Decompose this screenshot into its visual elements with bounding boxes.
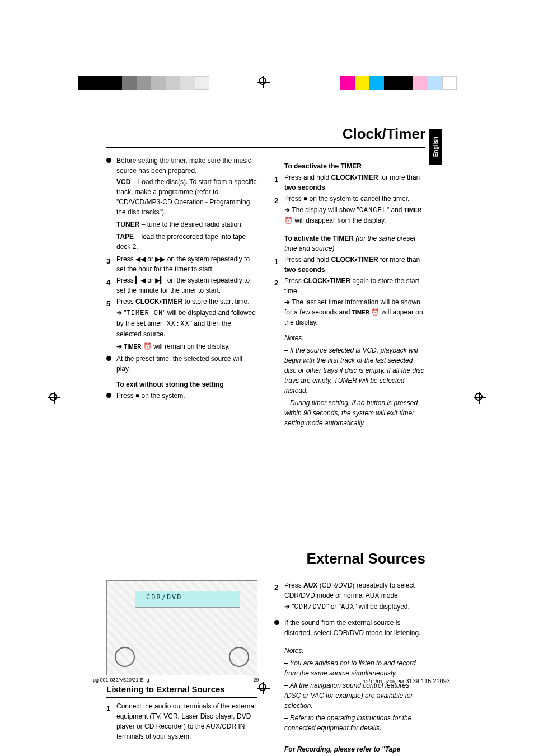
bullet-icon [106,158,111,163]
distortion-note: If the sound from the external source is… [284,619,420,637]
deact2-arrow-d: ⏰ will disappear from the display. [284,217,386,224]
display-timer-on: TIMER ON [127,309,163,317]
step-number-2: 2 [274,195,278,206]
step4-a: Press [116,276,135,284]
deact1-d: . [325,184,327,191]
ext-note-3: – Refer to the operating instructions fo… [274,713,425,733]
timer-label: TIMER [352,309,369,316]
vcd-label: VCD [116,178,130,186]
step-number-1: 1 [274,256,278,267]
display-time-value: XX:XX [167,320,190,328]
clock-timer-button-label: CLOCK•TIMER [135,298,182,306]
step-number-4: 4 [106,277,110,288]
step-number-1: 1 [106,703,110,714]
note-1: – If the source selected is VCD, playbac… [274,345,425,396]
tuner-text: – tune to the desired radio station. [139,220,243,228]
step4-b: or [146,276,155,284]
footer-filename: pg 001-032/V520/21-Eng [93,677,149,686]
registration-mark-left [48,392,60,404]
two-seconds-label: two seconds [284,184,325,191]
tape-text: – load the prerecorded tape into tape de… [116,233,246,251]
timer-remain-text: ⏰ will remain on the display. [141,342,229,350]
exit-text: Press ■ on the system. [116,392,185,400]
clock-timer-left-column: Before setting the timer, make sure the … [106,156,257,430]
notes-heading: Notes: [274,333,425,343]
step-number-2: 2 [274,582,278,593]
color-registration-bar-left [78,76,209,90]
footer-page: 29 [253,677,259,686]
page-footer: pg 001-032/V520/21-Eng 29 12/11/01, 5:06… [93,673,450,686]
act1-d: . [325,266,327,274]
exit-heading: To exit without storing the setting [106,379,257,389]
clock-timer-button-label: CLOCK•TIMER [331,173,378,181]
color-registration-bar-right [340,76,457,90]
bullet-icon [106,356,111,361]
step5-b: to store the start time. [182,298,249,306]
act1-a: Press and hold [284,256,331,264]
illustration-display-text: CDR/DVD [146,592,182,602]
deact2-arrow-a: The display will show " [292,206,359,214]
display-cancel: CANCEL [359,206,387,214]
two-seconds-label: two seconds [284,266,325,274]
timer-label: TIMER [124,344,141,350]
next-track-icon: ▶▎ [155,276,165,284]
deact2-arrow-b: " and [387,206,404,214]
rewind-icon: ◀◀ [135,255,146,263]
registration-mark-right [474,392,486,404]
registration-mark-top [257,76,270,88]
step-number-2: 2 [274,278,278,289]
tuner-label: TUNER [116,220,139,228]
step-number-3: 3 [106,256,110,267]
section-title-external-sources: External Sources [106,548,425,572]
prev-track-icon: ▎◀ [135,276,146,284]
external-left-column: CDR/DVD Listening to External Sources 1 … [106,580,257,756]
act2-a: Press [284,277,303,285]
recording-reference: For Recording, please refer to "Tape Ope… [274,744,425,756]
external-right-column: 2 Press AUX (CDR/DVD) repeatedly to sele… [274,580,425,756]
timer-label: TIMER [404,207,421,213]
left-step1-text: Connect the audio out terminals of the e… [116,702,256,740]
activate-heading: To activate the TIMER [284,234,355,242]
tape-label: TAPE [116,233,134,241]
preset-text: At the preset time, the selected source … [116,355,242,373]
note-2: – During timer setting, if no button is … [274,398,425,428]
deact1-b: for more than [378,173,420,181]
step2-arrow-b: " or " [326,603,341,611]
deact1-a: Press and hold [284,173,331,181]
notes-heading: Notes: [274,646,425,656]
page-content: English Clock/Timer Before setting the t… [106,123,425,756]
clock-timer-button-label: CLOCK•TIMER [303,277,350,285]
aux-button-label: AUX [303,581,317,589]
step-number-1: 1 [274,174,278,185]
clock-timer-right-column: To deactivate the TIMER 1 Press and hold… [274,156,425,430]
footer-datetime: 12/11/01, 5:06 PM [363,679,405,684]
deact2-a: Press ■ on the system to cancel the time… [284,195,409,203]
display-cdr-dvd: CDR/DVD [294,603,326,611]
step3-a: Press [116,255,135,263]
bullet-icon [274,620,279,625]
vcd-text: – Load the disc(s). To start from a spec… [116,178,257,216]
step2-arrow-c: " will be displayed. [355,603,410,611]
deactivate-heading: To deactivate the TIMER [274,161,425,171]
display-aux: AUX [341,603,355,611]
step5-a: Press [116,298,135,306]
step2-a: Press [284,581,303,589]
step-number-5: 5 [106,298,110,309]
step3-b: or [146,255,155,263]
footer-part-number: 3139 115 21093 [405,678,450,684]
intro-text: Before setting the timer, make sure the … [116,157,251,175]
bullet-icon [106,393,111,398]
forward-icon: ▶▶ [155,255,165,263]
section-title-clock-timer: Clock/Timer [106,123,425,148]
act1-b: for more than [378,256,420,264]
language-tab: English [429,129,442,165]
device-illustration: CDR/DVD [106,580,257,675]
clock-timer-button-label: CLOCK•TIMER [331,256,378,264]
